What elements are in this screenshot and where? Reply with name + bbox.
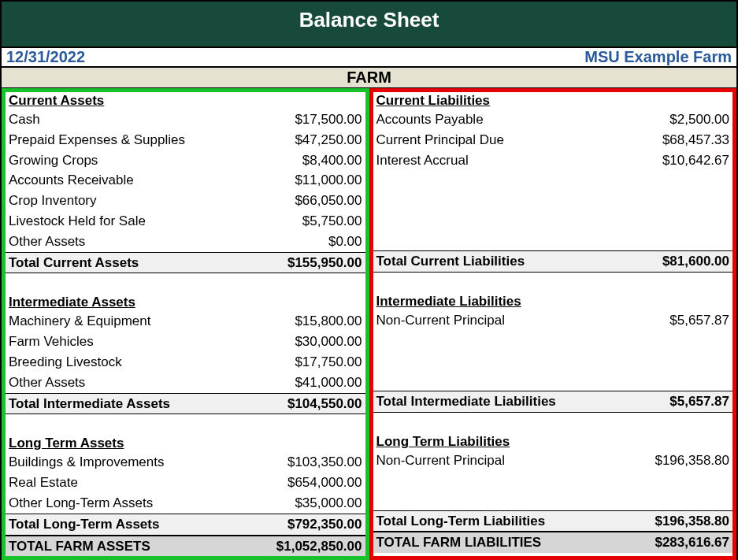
total-value: $81,600.00 <box>662 252 729 271</box>
asset-label: Cash <box>9 110 40 129</box>
asset-label: Other Long-Term Assets <box>9 494 153 513</box>
asset-value: $17,750.00 <box>295 353 362 372</box>
asset-label: Livestock Held for Sale <box>9 212 146 231</box>
asset-value: $5,750.00 <box>302 212 362 231</box>
liability-value: $5,657.87 <box>669 311 729 330</box>
total-value: $5,657.87 <box>669 392 729 411</box>
farm-header: FARM <box>2 68 736 88</box>
current-assets-header: Current Assets <box>6 92 365 109</box>
grand-total-label: TOTAL FARM LIABILITIES <box>376 533 542 552</box>
asset-value: $11,000.00 <box>295 171 362 190</box>
liability-label: Non-Current Principal <box>376 311 505 330</box>
asset-label: Real Estate <box>9 473 78 492</box>
asset-label: Machinery & Equipment <box>9 312 150 331</box>
total-label: Total Intermediate Assets <box>9 395 170 414</box>
intermediate-liabilities-header: Intermediate Liabilities <box>373 293 733 310</box>
total-value: $792,350.00 <box>287 515 362 534</box>
asset-label: Prepaid Expenses & Supplies <box>9 131 185 150</box>
liabilities-column: Current Liabilities Accounts Payable$2,5… <box>369 88 737 560</box>
total-value: $155,950.00 <box>287 254 362 273</box>
liability-label: Interest Accrual <box>376 151 469 170</box>
longterm-assets-header: Long Term Assets <box>6 435 365 452</box>
intermediate-assets-header: Intermediate Assets <box>6 294 365 311</box>
total-label: Total Intermediate Liabilities <box>376 392 556 411</box>
sheet-date: 12/31/2022 <box>6 48 85 66</box>
asset-value: $35,000.00 <box>295 494 362 513</box>
grand-total-label: TOTAL FARM ASSETS <box>9 537 150 556</box>
total-label: Total Long-Term Liabilities <box>376 512 546 531</box>
asset-value: $17,500.00 <box>295 110 362 129</box>
asset-label: Other Assets <box>9 373 85 392</box>
asset-label: Farm Vehicles <box>9 332 94 351</box>
total-label: Total Current Liabilities <box>376 252 525 271</box>
liability-label: Non-Current Principal <box>376 451 505 470</box>
current-liabilities-header: Current Liabilities <box>373 92 733 109</box>
assets-column: Current Assets Cash$17,500.00 Prepaid Ex… <box>2 88 369 560</box>
asset-value: $103,350.00 <box>287 453 362 472</box>
liability-label: Current Principal Due <box>376 131 505 150</box>
info-row: 12/31/2022 MSU Example Farm <box>2 48 736 68</box>
asset-value: $8,400.00 <box>302 151 362 170</box>
liability-value: $10,642.67 <box>662 151 729 170</box>
total-value: $104,550.00 <box>287 395 362 414</box>
total-value: $196,358.80 <box>655 512 729 531</box>
total-label: Total Long-Term Assets <box>9 515 159 534</box>
liability-value: $196,358.80 <box>655 451 729 470</box>
asset-value: $0.00 <box>328 232 362 251</box>
asset-label: Other Assets <box>9 232 85 251</box>
asset-label: Accounts Receivable <box>9 171 134 190</box>
liability-value: $2,500.00 <box>669 110 729 129</box>
asset-value: $15,800.00 <box>295 312 362 331</box>
asset-value: $66,050.00 <box>295 191 362 210</box>
asset-label: Buildings & Improvements <box>9 453 164 472</box>
asset-value: $47,250.00 <box>295 131 362 150</box>
asset-value: $654,000.00 <box>287 473 362 492</box>
longterm-liabilities-header: Long Term Liabilities <box>373 433 733 451</box>
asset-label: Breeding Livestock <box>9 353 122 372</box>
title-bar: Balance Sheet <box>2 0 736 48</box>
total-label: Total Current Assets <box>9 254 139 273</box>
asset-value: $41,000.00 <box>295 373 362 392</box>
liability-value: $68,457.33 <box>662 131 729 150</box>
liability-label: Accounts Payable <box>376 110 484 129</box>
grand-total-value: $1,052,850.00 <box>276 537 362 556</box>
farm-name: MSU Example Farm <box>584 48 732 66</box>
asset-value: $30,000.00 <box>295 332 362 351</box>
grand-total-value: $283,616.67 <box>655 533 729 552</box>
balance-sheet: Balance Sheet 12/31/2022 MSU Example Far… <box>0 0 738 560</box>
asset-label: Growing Crops <box>9 151 98 170</box>
asset-label: Crop Inventory <box>9 191 97 210</box>
